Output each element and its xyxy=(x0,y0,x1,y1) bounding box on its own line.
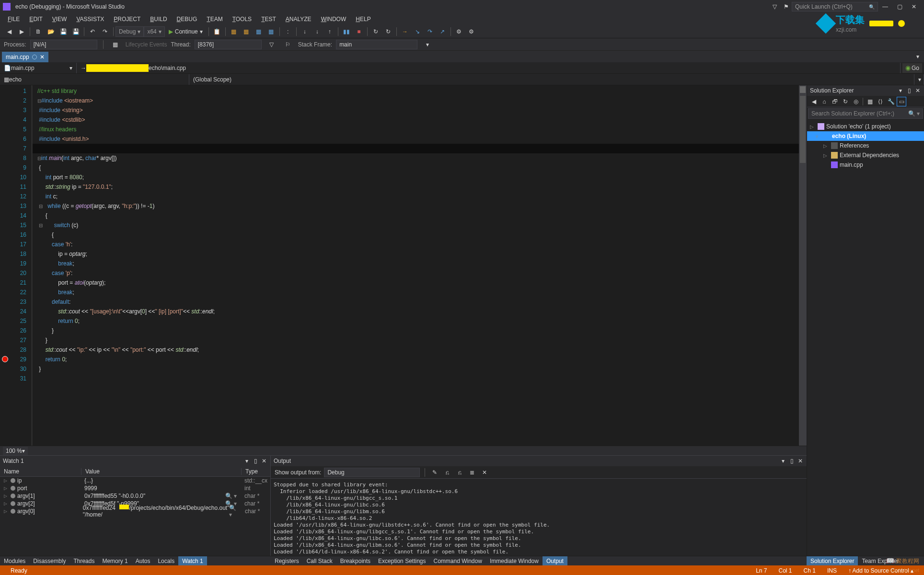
tb-icon[interactable]: ▾ xyxy=(422,39,433,50)
se-home-icon[interactable]: ⌂ xyxy=(820,97,829,106)
break-all-icon[interactable]: ▮▮ xyxy=(341,26,352,37)
tb-icon[interactable]: : xyxy=(282,26,294,37)
menu-build[interactable]: BUILD xyxy=(145,16,172,23)
refresh-icon[interactable]: ↻ xyxy=(382,26,394,37)
watch-row[interactable]: ▷ argv[1]0x7fffffffed55 "-h0.0.0.0"🔍 ▾ch… xyxy=(0,492,270,500)
window-position-icon[interactable]: ▾ xyxy=(780,458,786,464)
step-into-icon[interactable]: ↘ xyxy=(412,26,423,37)
output-icon[interactable]: ✎ xyxy=(430,468,439,477)
output-icon[interactable]: ⎌ xyxy=(442,468,452,477)
output-text[interactable]: Stopped due to shared library event: Inf… xyxy=(271,479,807,556)
project-scope[interactable]: ▦ echo xyxy=(0,74,189,85)
minimize-button[interactable]: — xyxy=(878,1,892,12)
new-project-icon[interactable]: 🗎 xyxy=(33,26,44,37)
output-icon[interactable]: ⎌ xyxy=(455,468,464,477)
open-icon[interactable]: 📂 xyxy=(45,26,57,37)
references-node[interactable]: ▷References xyxy=(807,141,924,150)
tab-memory-1[interactable]: Memory 1 xyxy=(98,556,131,565)
global-scope[interactable]: (Global Scope) xyxy=(189,74,914,85)
se-refresh-icon[interactable]: ↻ xyxy=(841,97,850,106)
menu-view[interactable]: VIEW xyxy=(47,16,72,23)
menu-project[interactable]: PROJECT xyxy=(109,16,145,23)
tab-exception-settings[interactable]: Exception Settings xyxy=(374,556,429,565)
menu-analyze[interactable]: ANALYZE xyxy=(281,16,316,23)
tb-icon[interactable]: ▦ xyxy=(228,26,240,37)
se-icon[interactable]: ◎ xyxy=(851,97,861,106)
config-selector[interactable]: Debug ▾ xyxy=(116,26,144,37)
menu-tools[interactable]: TOOLS xyxy=(228,16,256,23)
filter-icon[interactable]: ▽ xyxy=(266,39,277,50)
tab-solution-explorer[interactable]: Solution Explorer xyxy=(807,556,858,565)
output-wrap-icon[interactable]: ≣ xyxy=(467,468,477,477)
tab-threads[interactable]: Threads xyxy=(69,556,98,565)
tb-icon[interactable]: ⚙ xyxy=(453,26,465,37)
output-header[interactable]: Output ▾ ▯ ✕ xyxy=(271,456,807,466)
solution-search-input[interactable]: Search Solution Explorer (Ctrl+;) 🔍 ▾ xyxy=(808,108,923,119)
close-tab-icon[interactable]: ✕ xyxy=(40,54,45,60)
watch-row[interactable]: ▷ port9999int xyxy=(0,484,270,492)
close-icon[interactable]: ✕ xyxy=(261,458,267,464)
tab-command-window[interactable]: Command Window xyxy=(430,556,486,565)
se-icon[interactable]: 🗗 xyxy=(830,97,840,106)
tab-disassembly[interactable]: Disassembly xyxy=(29,556,69,565)
tab-output[interactable]: Output xyxy=(543,556,567,565)
editor-scrollbar[interactable] xyxy=(799,85,807,446)
menu-file[interactable]: FILE xyxy=(3,16,24,23)
tab-menu-icon[interactable]: ▾ xyxy=(912,51,924,62)
stop-debug-icon[interactable]: ■ xyxy=(353,26,365,37)
maximize-button[interactable]: ▢ xyxy=(892,1,907,12)
zoom-selector[interactable]: 100 % ▾ xyxy=(3,447,28,455)
se-icon[interactable]: ⟨⟩ xyxy=(876,97,885,106)
tb-icon[interactable]: 📋 xyxy=(211,26,223,37)
tb-icon[interactable]: ▦ xyxy=(253,26,265,37)
restart-icon[interactable]: ↻ xyxy=(370,26,381,37)
watch-body[interactable]: ▷ ip{...}std::__cx▷ port9999int▷ argv[1]… xyxy=(0,477,270,515)
stackframe-selector[interactable]: main xyxy=(336,40,417,49)
tab-registers[interactable]: Registers xyxy=(271,556,303,565)
redo-icon[interactable]: ↷ xyxy=(99,26,111,37)
step-over-icon[interactable]: ↷ xyxy=(424,26,436,37)
close-button[interactable]: ✕ xyxy=(907,1,921,12)
close-icon[interactable]: ✕ xyxy=(914,87,921,94)
thread-selector[interactable]: [8376] xyxy=(195,40,262,49)
save-all-icon[interactable]: 💾 xyxy=(70,26,81,37)
code-editor[interactable]: 1234567891011121314151617181920212223242… xyxy=(0,85,807,446)
window-position-icon[interactable]: ▾ xyxy=(897,87,904,94)
pin-icon[interactable]: ▯ xyxy=(252,458,259,464)
path-bar[interactable]: → echo\main.cpp xyxy=(77,63,901,73)
nav-back-button[interactable]: ◀ xyxy=(3,26,15,37)
show-next-icon[interactable]: → xyxy=(399,26,411,37)
menu-help[interactable]: HELP xyxy=(351,16,375,23)
tb-icon[interactable]: ⚙ xyxy=(466,26,477,37)
tab-watch-1[interactable]: Watch 1 xyxy=(178,556,207,565)
filter-icon[interactable]: ▽ xyxy=(771,3,778,11)
tb-icon[interactable]: ↓ xyxy=(312,26,323,37)
solution-node[interactable]: ▷Solution 'echo' (1 project) xyxy=(807,122,924,131)
nav-fwd-button[interactable]: ▶ xyxy=(16,26,27,37)
se-back-icon[interactable]: ◀ xyxy=(809,97,819,106)
member-selector[interactable]: 📄 main.cpp▾ xyxy=(0,63,77,73)
flag-icon[interactable]: ⚐ xyxy=(282,39,294,50)
code-body[interactable]: //c++ std library⊟#include <iostream> #i… xyxy=(33,85,799,446)
solution-tree[interactable]: ▷Solution 'echo' (1 project) ▿echo (Linu… xyxy=(807,120,924,556)
external-deps-node[interactable]: ▷External Dependencies xyxy=(807,150,924,160)
se-icon[interactable]: ▭ xyxy=(897,97,906,106)
tb-icon[interactable]: ↓ xyxy=(299,26,311,37)
tab-breakpoints[interactable]: Breakpoints xyxy=(336,556,374,565)
project-node[interactable]: ▿echo (Linux) xyxy=(807,131,924,141)
platform-selector[interactable]: x64 ▾ xyxy=(144,26,164,37)
save-icon[interactable]: 💾 xyxy=(58,26,69,37)
flag-icon[interactable]: ⚑ xyxy=(782,3,790,11)
file-node-main[interactable]: main.cpp xyxy=(807,160,924,170)
step-out-icon[interactable]: ↗ xyxy=(437,26,448,37)
tab-immediate-window[interactable]: Immediate Window xyxy=(486,556,543,565)
tab-autos[interactable]: Autos xyxy=(132,556,154,565)
continue-button[interactable]: ▶Continue ▾ xyxy=(165,26,207,37)
window-position-icon[interactable]: ▾ xyxy=(243,458,250,464)
tb-icon[interactable]: ▦ xyxy=(241,26,252,37)
undo-icon[interactable]: ↶ xyxy=(87,26,98,37)
process-selector[interactable]: [N/A] xyxy=(30,40,97,49)
tab-modules[interactable]: Modules xyxy=(0,556,29,565)
menu-edit[interactable]: EDIT xyxy=(24,16,47,23)
watch-header[interactable]: Watch 1 ▾ ▯ ✕ xyxy=(0,456,270,466)
